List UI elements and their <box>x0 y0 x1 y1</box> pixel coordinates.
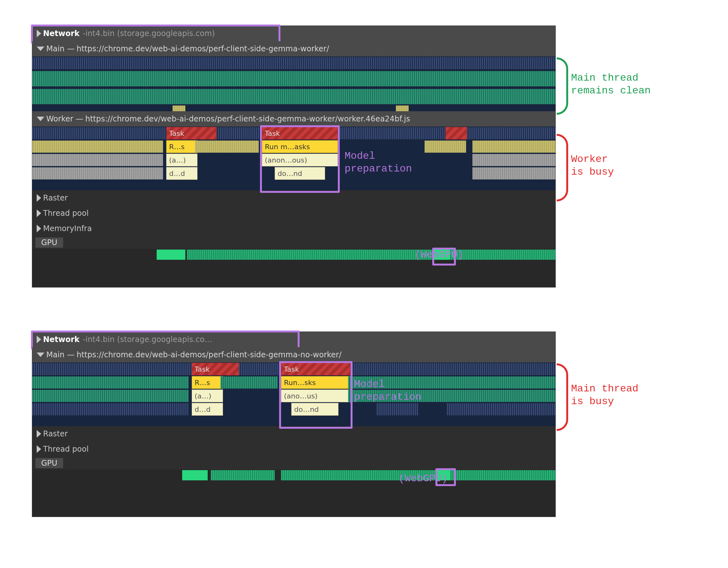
flame-block[interactable]: (a…) <box>166 154 197 166</box>
chevron-right-icon <box>37 194 41 202</box>
chevron-right-icon <box>37 430 41 438</box>
flame-block[interactable]: Run…sks <box>281 376 351 389</box>
task-block[interactable]: Task <box>192 363 239 375</box>
main-url: https://chrome.dev/web-ai-demos/perf-cli… <box>77 350 342 359</box>
threadpool-track[interactable]: Thread pool <box>32 441 555 457</box>
chevron-down-icon <box>37 47 44 51</box>
flame-block[interactable]: (a…) <box>192 389 223 402</box>
network-label: Network <box>43 29 79 38</box>
gpu-activity[interactable] <box>32 469 555 481</box>
annotation-worker-busy: Worker is busy <box>571 153 614 179</box>
memoryinfra-label: MemoryInfra <box>43 224 92 233</box>
chevron-right-icon <box>37 30 41 37</box>
chevron-down-icon <box>37 117 44 121</box>
devtools-flame-panel-no-worker: Network -int4.bin (storage.googleapis.co… <box>32 331 556 517</box>
gpu-track[interactable]: GPU <box>32 236 555 249</box>
worker-label: Worker — <box>46 114 83 123</box>
network-label: Network <box>43 335 79 344</box>
flame-block[interactable]: (anon…ous) <box>262 154 338 166</box>
gpu-track[interactable]: GPU <box>32 457 555 469</box>
annotation-model-prep: Model preparation <box>354 378 421 403</box>
main-thread-header[interactable]: Main — https://chrome.dev/web-ai-demos/p… <box>32 347 555 362</box>
task-block[interactable]: Task <box>166 127 217 140</box>
gpu-label: GPU <box>35 458 63 468</box>
flame-block[interactable]: (ano…us) <box>281 389 351 402</box>
network-file: -int4.bin (storage.googleapis.co… <box>83 335 212 344</box>
task-block[interactable]: Task <box>262 127 338 140</box>
devtools-flame-panel-worker: Network -int4.bin (storage.googleapis.co… <box>32 26 556 287</box>
raster-label: Raster <box>43 194 68 203</box>
main-thread-flame-busy[interactable]: Task Task R…s Run…sks (a…) (ano…us) d…d … <box>32 362 555 426</box>
main-label: Main — <box>46 350 75 359</box>
flame-block[interactable]: d…d <box>192 403 223 416</box>
chevron-right-icon <box>37 225 41 233</box>
chevron-right-icon <box>37 336 41 343</box>
brace-main-busy <box>557 363 568 431</box>
worker-thread-header[interactable]: Worker — https://chrome.dev/web-ai-demos… <box>32 111 555 127</box>
chevron-down-icon <box>37 352 44 357</box>
worker-thread-flame[interactable]: Task Task R…s Run m…asks (a…) (anon…ous)… <box>32 127 555 190</box>
memoryinfra-track[interactable]: MemoryInfra <box>32 221 555 236</box>
annotation-main-busy: Main thread is busy <box>571 382 638 408</box>
main-url: https://chrome.dev/web-ai-demos/perf-cli… <box>77 44 329 53</box>
main-thread-flame[interactable] <box>32 56 555 111</box>
flame-block[interactable]: R…s <box>166 140 197 153</box>
threadpool-label: Thread pool <box>43 445 89 454</box>
threadpool-track[interactable]: Thread pool <box>32 206 555 221</box>
network-track-header[interactable]: Network -int4.bin (storage.googleapis.co… <box>32 332 555 347</box>
gpu-label: GPU <box>35 238 63 248</box>
network-file: -int4.bin (storage.googleapis.com) <box>83 29 215 38</box>
annotation-main-clean: Main thread remains clean <box>571 72 651 97</box>
main-thread-header[interactable]: Main — https://chrome.dev/web-ai-demos/p… <box>32 41 555 56</box>
flame-block[interactable]: do…nd <box>275 167 325 180</box>
annotation-model-prep: Model preparation <box>345 150 412 175</box>
main-label: Main — <box>46 44 75 53</box>
threadpool-label: Thread pool <box>43 209 89 218</box>
chevron-right-icon <box>37 210 41 217</box>
task-block[interactable] <box>445 127 467 140</box>
flame-block[interactable]: R…s <box>192 376 223 389</box>
raster-label: Raster <box>43 429 68 438</box>
raster-track[interactable]: Raster <box>32 190 555 206</box>
flame-block[interactable]: d…d <box>166 167 197 180</box>
brace-worker-busy <box>557 134 568 202</box>
chevron-right-icon <box>37 445 41 453</box>
brace-main-clean <box>557 57 568 115</box>
network-track-header[interactable]: Network -int4.bin (storage.googleapis.co… <box>32 26 555 41</box>
worker-url: https://chrome.dev/web-ai-demos/perf-cli… <box>85 114 410 123</box>
task-block[interactable]: Task <box>281 363 351 375</box>
flame-block[interactable]: Run m…asks <box>262 140 338 153</box>
flame-block[interactable]: do…nd <box>291 403 338 416</box>
raster-track[interactable]: Raster <box>32 426 555 441</box>
